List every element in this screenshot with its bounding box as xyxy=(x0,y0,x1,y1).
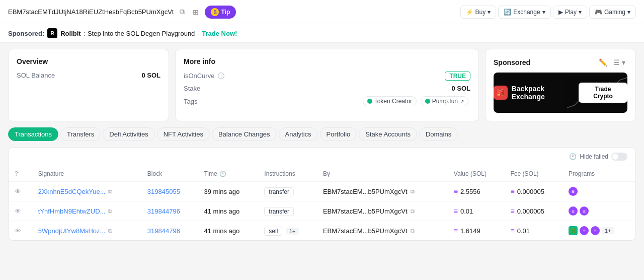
instruction-tag: sell xyxy=(264,227,282,236)
plus-badge: 1+ xyxy=(286,228,299,235)
block-link[interactable]: 319845055 xyxy=(147,188,180,195)
stake-row: Stake 0 SOL xyxy=(184,85,470,92)
transactions-table: ? Signature Block Time 🕐 Instructions By… xyxy=(9,166,635,240)
tab-domains[interactable]: Domains xyxy=(419,127,458,141)
th-time: Time 🕐 xyxy=(198,166,258,182)
prog-sol-icon: ≡ xyxy=(569,187,578,196)
tags-label: Tags xyxy=(184,98,197,105)
table-head: ? Signature Block Time 🕐 Instructions By… xyxy=(9,166,635,182)
copy-by-icon[interactable]: ⧉ xyxy=(411,228,415,234)
row-instruction: transfer xyxy=(258,201,317,221)
block-link[interactable]: 319844796 xyxy=(147,207,180,215)
gaming-button[interactable]: 🎮 Gaming ▾ xyxy=(589,6,636,19)
fee-bars-icon: ≡ xyxy=(511,227,515,235)
th-signature: Signature xyxy=(32,166,141,182)
rollbit-brand: Rollbit xyxy=(60,30,80,37)
play-button[interactable]: ▶ Play ▾ xyxy=(553,6,587,19)
instruction-tag: transfer xyxy=(264,187,294,196)
signature-link[interactable]: tYhfHmbN9EhtwZUD... xyxy=(38,207,106,215)
hide-failed-toggle[interactable] xyxy=(611,153,627,161)
copy-signature-icon[interactable]: ⧉ xyxy=(108,228,112,234)
sol-balance-value: 0 SOL xyxy=(141,72,160,79)
th-by: By xyxy=(317,166,448,182)
row-value: ≡ 1.6149 xyxy=(448,221,505,241)
backpack-brand: 🎒 Backpack Exchange xyxy=(494,85,579,101)
transactions-panel: 🕐 Hide failed ? Signature Block Time 🕐 xyxy=(8,147,636,241)
copy-by-icon[interactable]: ⧉ xyxy=(411,188,415,195)
tip-button[interactable]: Tip xyxy=(205,6,236,19)
hide-failed-label: Hide failed xyxy=(580,153,608,160)
cards-row: Overview SOL Balance 0 SOL More info isO… xyxy=(8,49,636,121)
copy-by-icon[interactable]: ⧉ xyxy=(411,208,415,215)
eye-icon[interactable]: 👁 xyxy=(15,188,21,195)
more-info-title: More info xyxy=(184,57,470,65)
buy-button[interactable]: ⚡ Buy ▾ xyxy=(460,6,497,19)
edit-sponsored-button[interactable]: ✏️ xyxy=(597,57,609,67)
sponsored-bar: Sponsored: R Rollbit : Step into the SOL… xyxy=(0,24,644,43)
chart-bg-svg xyxy=(567,73,627,113)
prog-sol-icon: ≡ xyxy=(569,206,578,216)
copy-address-button[interactable]: ⧉ xyxy=(178,7,187,17)
row-time: 41 mins ago xyxy=(198,221,258,241)
fee-bars-icon: ≡ xyxy=(511,207,515,215)
tab-balance-changes[interactable]: Balance Changes xyxy=(212,127,277,141)
row-by: EBM7stacEM...b5PUmXgcVt ⧉ xyxy=(317,201,448,221)
prog-sol-icon: ≡ xyxy=(580,226,589,235)
tab-stake-accounts[interactable]: Stake Accounts xyxy=(359,127,417,141)
exchange-button[interactable]: 🔄 Exchange ▾ xyxy=(498,6,550,19)
th-fee: Fee (SOL) xyxy=(505,166,563,182)
table-header-row: ? Signature Block Time 🕐 Instructions By… xyxy=(9,166,635,182)
overview-title: Overview xyxy=(17,57,160,65)
tip-label: Tip xyxy=(221,9,230,16)
block-link[interactable]: 319844796 xyxy=(147,227,180,235)
row-block: 319844796 xyxy=(141,201,198,221)
value-amount: 0.01 xyxy=(460,207,473,215)
trade-now-link[interactable]: Trade Now! xyxy=(202,30,237,37)
clock-icon: 🕐 xyxy=(569,153,577,160)
sol-balance-label: SOL Balance xyxy=(17,72,55,79)
tab-analytics[interactable]: Analytics xyxy=(279,127,318,141)
eye-icon[interactable]: 👁 xyxy=(15,227,21,235)
th-value: Value (SOL) xyxy=(448,166,505,182)
pump-fun-tag[interactable]: Pump.fun ↗ xyxy=(421,96,468,106)
sponsored-card: Sponsored ✏️ ☰ ▾ 🎒 Backpack Exchange Tra… xyxy=(485,49,636,121)
overview-card: Overview SOL Balance 0 SOL xyxy=(8,49,169,121)
row-eye: 👁 xyxy=(9,221,32,241)
row-value: ≡ 0.01 xyxy=(448,201,505,221)
qr-code-button[interactable]: ⊞ xyxy=(191,7,201,17)
stake-label: Stake xyxy=(184,85,200,92)
tab-defi-activities[interactable]: Defi Activities xyxy=(103,127,154,141)
question-icon: ? xyxy=(15,170,18,177)
by-address: EBM7stacEM...b5PUmXgcVt xyxy=(323,227,408,235)
tab-portfolio[interactable]: Portfolio xyxy=(320,127,357,141)
row-block: 319845055 xyxy=(141,182,198,201)
prog-sol-icon: ≡ xyxy=(591,226,600,235)
by-address: EBM7stacEM...b5PUmXgcVt xyxy=(323,188,408,195)
tabs-bar: Transactions Transfers Defi Activities N… xyxy=(8,127,636,141)
top-nav: EBM7stacEMTdJUtjNA18RiEUZtHesbFqBcb5PUmX… xyxy=(0,0,644,24)
programs-plus-badge: 1+ xyxy=(602,227,614,234)
th-block: Block xyxy=(141,166,198,182)
token-creator-tag[interactable]: Token Creator xyxy=(363,96,417,106)
eye-icon[interactable]: 👁 xyxy=(15,207,21,215)
list-sponsored-button[interactable]: ☰ ▾ xyxy=(611,57,627,67)
tab-transfers[interactable]: Transfers xyxy=(60,127,101,141)
value-bars-icon: ≡ xyxy=(454,227,458,235)
prog-sol-icon: ≡ xyxy=(580,206,589,216)
table-row: 👁 tYhfHmbN9EhtwZUD... ⧉ 319844796 41 min… xyxy=(9,201,635,221)
tab-transactions[interactable]: Transactions xyxy=(8,127,58,141)
row-programs: ≡≡ xyxy=(562,201,635,221)
backpack-icon: 🎒 xyxy=(494,86,508,100)
signature-link[interactable]: 2XknhnE5dCQekYue... xyxy=(38,188,106,195)
tab-nft-activities[interactable]: NFT Activities xyxy=(157,127,210,141)
row-by: EBM7stacEM...b5PUmXgcVt ⧉ xyxy=(317,221,448,241)
row-eye: 👁 xyxy=(9,182,32,201)
is-on-curve-value: TRUE xyxy=(445,72,470,81)
sponsored-text: : Step into the SOL Degen Playground - xyxy=(84,30,199,37)
copy-signature-icon[interactable]: ⧉ xyxy=(108,208,112,215)
value-bars-icon: ≡ xyxy=(454,207,458,215)
copy-signature-icon[interactable]: ⧉ xyxy=(108,188,112,195)
signature-link[interactable]: 5WpndjUtYw8MsHoz... xyxy=(38,227,106,235)
row-signature: 5WpndjUtYw8MsHoz... ⧉ xyxy=(32,221,141,241)
instruction-tag: transfer xyxy=(264,207,294,216)
